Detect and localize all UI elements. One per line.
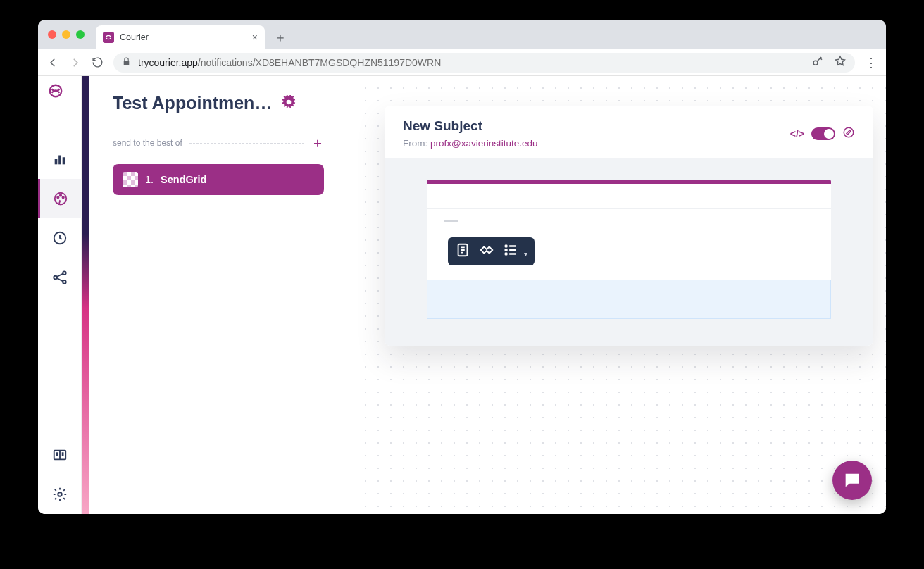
key-icon[interactable] <box>811 55 824 70</box>
text-block-icon[interactable] <box>455 242 470 261</box>
window-zoom-icon[interactable] <box>76 30 85 39</box>
block-toolbar: ▾ <box>448 237 535 265</box>
accent-strip <box>82 76 89 514</box>
svg-point-15 <box>844 127 854 137</box>
svg-point-19 <box>505 253 506 254</box>
channel-index: 1. <box>145 174 154 185</box>
editor-card: New Subject From: profx@xavierinstitute.… <box>385 106 873 346</box>
send-label: send to the best of <box>113 138 182 148</box>
lock-icon <box>122 57 131 68</box>
url-text: trycourier.app/notifications/XD8EHANBT7M… <box>138 57 441 68</box>
app-logo-icon[interactable] <box>48 83 72 107</box>
url-path: /notifications/XD8EHANBT7MGSDQHZN51197D0… <box>198 57 441 68</box>
list-block-icon[interactable] <box>503 242 518 261</box>
email-canvas[interactable]: ▾ <box>427 180 831 319</box>
url-host: trycourier.app <box>138 57 198 68</box>
channel-name: SendGrid <box>161 174 206 185</box>
email-body-slot[interactable]: ▾ <box>427 209 831 280</box>
svg-point-7 <box>60 194 61 196</box>
window-controls <box>48 30 85 39</box>
handshake-icon[interactable] <box>479 242 494 261</box>
window-close-icon[interactable] <box>48 30 56 39</box>
divider <box>189 143 304 144</box>
address-bar[interactable]: trycourier.app/notifications/XD8EHANBT7M… <box>113 53 855 73</box>
channel-sendgrid[interactable]: 1. SendGrid <box>113 164 324 195</box>
browser-window: Courier × ＋ trycourier.app/notifications… <box>38 20 886 514</box>
from-label: From: <box>403 138 427 149</box>
forward-button[interactable] <box>69 56 82 69</box>
svg-point-14 <box>58 492 62 496</box>
add-channel-button[interactable]: ＋ <box>311 135 324 151</box>
intercom-launcher[interactable] <box>832 461 872 500</box>
nav-history[interactable] <box>38 218 82 258</box>
nav-rail <box>38 76 82 514</box>
notification-title[interactable]: Test Appointmen… <box>113 93 272 113</box>
email-footer-dropzone[interactable] <box>427 280 831 319</box>
channel-column: Test Appointmen… send to the best of ＋ 1… <box>113 93 324 195</box>
back-button[interactable] <box>46 56 59 69</box>
svg-rect-4 <box>62 157 65 164</box>
svg-point-17 <box>505 245 506 246</box>
tab-title: Courier <box>120 32 149 42</box>
subject-field[interactable]: New Subject <box>403 118 538 134</box>
tab-strip: Courier × ＋ <box>38 20 886 49</box>
preview-toggle[interactable] <box>811 127 835 140</box>
nav-analytics[interactable] <box>38 139 82 179</box>
browser-menu-button[interactable]: ⋮ <box>865 55 878 70</box>
tab-close-icon[interactable]: × <box>252 32 258 42</box>
reload-button[interactable] <box>92 56 104 68</box>
from-value[interactable]: profx@xavierinstitute.edu <box>430 138 538 149</box>
toolbar: trycourier.app/notifications/XD8EHANBT7M… <box>38 49 886 76</box>
email-header-slot[interactable] <box>427 184 831 209</box>
star-icon[interactable] <box>834 55 847 70</box>
nav-docs[interactable] <box>38 435 82 475</box>
svg-rect-2 <box>54 159 57 164</box>
drag-handle-icon <box>444 220 458 222</box>
svg-point-18 <box>505 249 506 251</box>
nav-designer[interactable] <box>38 179 82 218</box>
sendgrid-icon <box>123 172 138 187</box>
main-content: Test Appointmen… send to the best of ＋ 1… <box>89 76 886 514</box>
svg-point-6 <box>57 196 58 198</box>
browser-tab[interactable]: Courier × <box>96 25 265 49</box>
svg-rect-3 <box>58 156 61 165</box>
window-minimize-icon[interactable] <box>62 30 70 39</box>
brand-settings-icon[interactable] <box>842 126 855 142</box>
chevron-down-icon[interactable]: ▾ <box>524 250 527 258</box>
svg-point-8 <box>62 196 63 198</box>
notification-settings-icon[interactable] <box>282 95 296 112</box>
favicon-icon <box>103 32 114 43</box>
nav-settings[interactable] <box>38 475 82 514</box>
svg-point-0 <box>813 61 818 65</box>
app-viewport: Test Appointmen… send to the best of ＋ 1… <box>38 76 886 514</box>
code-view-icon[interactable]: </> <box>790 128 804 139</box>
new-tab-button[interactable]: ＋ <box>270 27 290 47</box>
nav-integrations[interactable] <box>38 258 82 297</box>
